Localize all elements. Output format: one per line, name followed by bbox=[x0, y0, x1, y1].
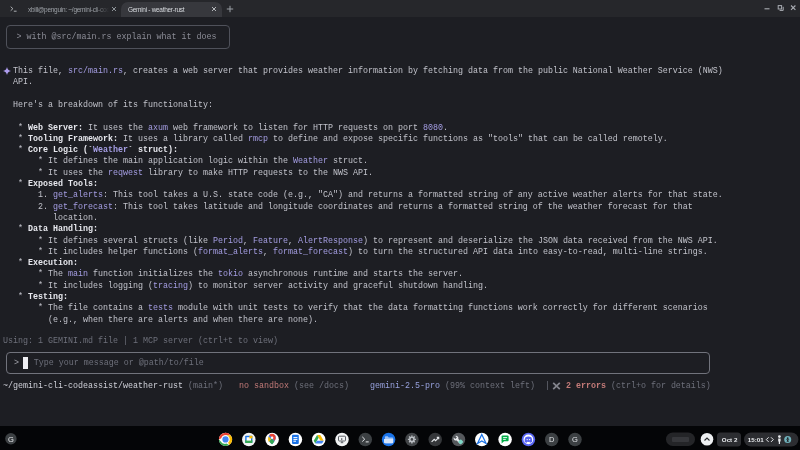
svg-text:G: G bbox=[572, 435, 578, 444]
svg-text:G: G bbox=[8, 434, 14, 443]
svg-text:D: D bbox=[549, 435, 555, 444]
svg-text:Oct 2: Oct 2 bbox=[722, 436, 738, 443]
svg-text:15:01: 15:01 bbox=[748, 436, 764, 443]
